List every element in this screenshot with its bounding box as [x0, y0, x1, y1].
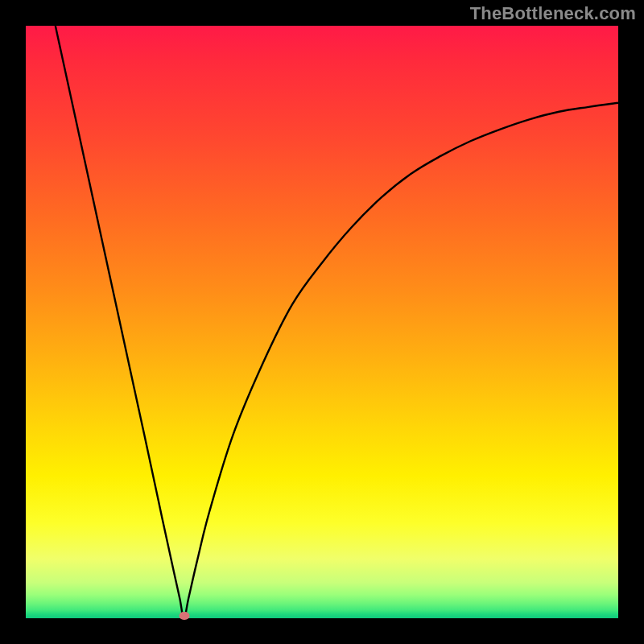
chart-frame: TheBottleneck.com [0, 0, 644, 644]
curve-path [56, 26, 618, 618]
plot-area [26, 26, 618, 618]
minimum-marker [179, 612, 189, 620]
bottleneck-curve [26, 26, 618, 618]
watermark-text: TheBottleneck.com [470, 3, 636, 24]
